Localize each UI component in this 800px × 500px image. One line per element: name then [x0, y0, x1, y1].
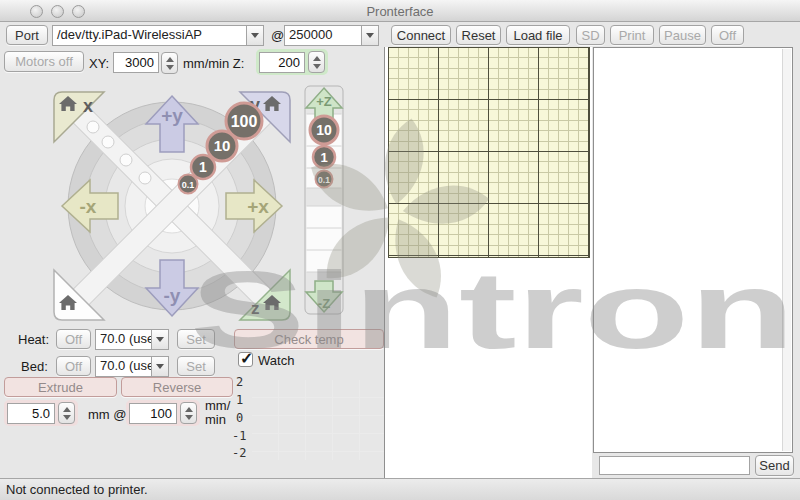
bed-temp-combo[interactable]: 70.0 (use	[95, 356, 169, 377]
home-x-label: x	[83, 96, 93, 116]
jog-plus-x-label: +x	[247, 196, 269, 217]
motors-off-button[interactable]: Motors off	[4, 51, 84, 72]
bed-set-button[interactable]: Set	[177, 356, 215, 376]
z-feed-input[interactable]	[259, 52, 305, 73]
xy-feed-stepper[interactable]	[161, 52, 178, 74]
stepper-up-icon	[313, 56, 321, 61]
reset-button[interactable]: Reset	[456, 25, 501, 45]
extrude-length-stepper[interactable]	[58, 402, 75, 424]
stepper-down-icon	[185, 415, 193, 420]
jog-dot	[102, 136, 114, 148]
dropdown-arrow-icon	[156, 364, 164, 369]
jog-minus-x-label: -x	[80, 196, 97, 217]
jog-dot	[139, 172, 151, 184]
bed-label: Bed:	[21, 359, 48, 374]
extrude-speed-input[interactable]	[129, 403, 177, 424]
jog-step-0-1[interactable]: 0.1	[179, 175, 198, 194]
baud-combo[interactable]: 250000	[284, 25, 379, 46]
bed-off-button[interactable]: Off	[56, 356, 91, 376]
z-jog-column[interactable]: +Z 10 1 0.1 -Z	[302, 84, 346, 316]
jog-dot	[120, 154, 132, 166]
send-button[interactable]: Send	[755, 455, 794, 476]
extrude-speed-highlight	[126, 400, 200, 426]
port-combo-value: /dev/tty.iPad-WirelessiAP	[53, 26, 246, 45]
stepper-down-icon	[63, 415, 71, 420]
graph-tick: 1	[236, 393, 252, 407]
port-combo[interactable]: /dev/tty.iPad-WirelessiAP	[52, 25, 264, 46]
dropdown-arrow-icon	[156, 337, 164, 342]
watch-checkbox[interactable]: ✓	[238, 352, 253, 367]
reverse-button[interactable]: Reverse	[121, 377, 233, 397]
z-feed-stepper[interactable]	[308, 51, 325, 73]
jog-step-1-label: 1	[199, 159, 207, 175]
jog-plus-y-label: +y	[161, 105, 183, 126]
baud-combo-value: 250000	[285, 26, 361, 45]
xy-feed-input[interactable]	[113, 52, 159, 73]
xy-jog-pad[interactable]: +y -y -x +x x y z 100 10 1	[46, 84, 298, 324]
sd-button[interactable]: SD	[576, 25, 605, 45]
jog-minus-y-label: -y	[164, 285, 181, 306]
stepper-down-icon	[166, 65, 174, 70]
gcode-viewer-panel	[385, 47, 592, 478]
graph-tick: -1	[232, 429, 248, 443]
jog-minus-z-label: -Z	[318, 296, 330, 311]
jog-step-0-1-label: 0.1	[182, 180, 195, 190]
graph-tick: -2	[232, 446, 248, 460]
jog-plus-z-label: +Z	[316, 94, 332, 109]
graph-tick: 2	[236, 375, 252, 389]
heat-temp-value: 70.0 (use	[96, 330, 151, 349]
jog-step-1[interactable]: 1	[191, 155, 215, 179]
z-step-0-1[interactable]: 0.1	[316, 171, 333, 188]
status-text: Not connected to printer.	[6, 482, 148, 497]
load-file-button[interactable]: Load file	[506, 25, 570, 45]
home-z-label: z	[251, 299, 260, 318]
heat-off-button[interactable]: Off	[56, 329, 91, 349]
extrude-button[interactable]: Extrude	[4, 377, 117, 397]
z-feed-label: mm/min Z:	[183, 56, 244, 71]
z-step-10[interactable]: 10	[310, 116, 338, 144]
stepper-up-icon	[166, 57, 174, 62]
port-button[interactable]: Port	[6, 25, 48, 45]
z-empty-cells	[307, 206, 342, 272]
window-title: Pronterface	[0, 4, 800, 19]
dropdown-arrow-icon	[251, 33, 259, 38]
off-button[interactable]: Off	[711, 25, 744, 45]
log-output-area[interactable]	[593, 47, 793, 453]
z-step-1-label: 1	[320, 150, 327, 165]
extrude-length-highlight	[4, 400, 78, 426]
heat-label: Heat:	[18, 332, 49, 347]
jog-step-10[interactable]: 10	[207, 131, 237, 161]
checkmark-icon: ✓	[240, 349, 253, 368]
title-bar: Pronterface	[0, 0, 800, 22]
bed-temp-value: 70.0 (use	[96, 357, 151, 376]
command-input[interactable]	[599, 456, 750, 475]
mm-at-label: mm @	[88, 407, 126, 422]
z-step-10-label: 10	[316, 122, 332, 138]
build-plate-grid[interactable]	[388, 47, 590, 258]
jog-dot	[87, 121, 99, 133]
watch-label: Watch	[258, 353, 294, 368]
print-button[interactable]: Print	[610, 25, 654, 45]
jog-step-100-label: 100	[231, 113, 258, 130]
extrude-speed-stepper[interactable]	[180, 402, 197, 424]
extrude-length-input[interactable]	[7, 403, 55, 424]
stepper-down-icon	[313, 64, 321, 69]
at-label: @	[271, 28, 284, 43]
pause-button[interactable]: Pause	[659, 25, 706, 45]
heat-temp-combo[interactable]: 70.0 (use	[95, 329, 169, 350]
stepper-up-icon	[63, 407, 71, 412]
status-bar: Not connected to printer.	[0, 478, 800, 500]
dropdown-arrow-icon	[366, 33, 374, 38]
heat-set-button[interactable]: Set	[177, 329, 215, 349]
jog-step-10-label: 10	[214, 137, 231, 154]
xy-feed-label: XY:	[89, 56, 109, 71]
graph-tick: 0	[236, 411, 252, 425]
z-feed-highlight	[256, 49, 328, 75]
mm-min-unit-label: mm/ min	[205, 399, 230, 427]
stepper-up-icon	[185, 407, 193, 412]
check-temp-button[interactable]: Check temp	[234, 329, 384, 349]
log-scrollbar[interactable]	[782, 49, 791, 451]
connect-button[interactable]: Connect	[391, 25, 451, 45]
z-step-1[interactable]: 1	[313, 146, 335, 168]
z-step-0-1-label: 0.1	[318, 175, 330, 185]
